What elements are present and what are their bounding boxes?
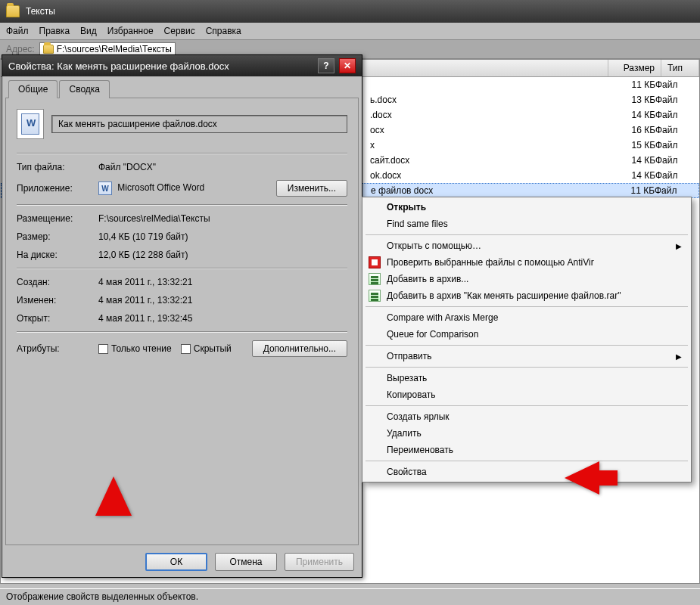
help-button[interactable]: ? — [318, 58, 334, 73]
context-menu-item[interactable]: Открыть — [364, 199, 689, 216]
readonly-checkbox[interactable]: Только чтение — [98, 343, 172, 354]
svg-marker-0 — [565, 461, 618, 495]
application-text: Microsoft Office Word — [117, 182, 204, 193]
context-menu-label: Find same files — [387, 219, 448, 229]
context-menu-item[interactable]: Удалить — [364, 425, 689, 442]
context-menu-label: Вырезать — [387, 373, 427, 383]
context-menu-item[interactable]: Compare with Araxis Merge — [364, 309, 689, 326]
context-menu-item[interactable]: Добавить в архив... — [364, 271, 689, 287]
context-menu-label: Копировать — [387, 389, 436, 400]
context-menu-item[interactable]: Queue for Comparison — [364, 326, 689, 343]
file-type: Файл — [655, 140, 693, 150]
context-menu-item[interactable]: Создать ярлык — [364, 408, 689, 425]
change-app-button[interactable]: Изменить... — [276, 180, 347, 197]
application-value: W Microsoft Office Word — [98, 182, 204, 195]
dialog-title: Свойства: Как менять расширение файлов.d… — [8, 60, 313, 72]
context-menu-item[interactable]: Вырезать — [364, 370, 689, 386]
folder-icon — [6, 5, 20, 17]
file-size: 14 КБ — [602, 155, 655, 166]
file-size: 11 КБ — [602, 79, 655, 90]
context-menu-label: Отправить — [387, 351, 432, 361]
file-icon — [17, 109, 44, 139]
size-on-disk-value: 12,0 КБ (12 288 байт) — [98, 250, 188, 260]
context-menu-label: Проверить выбранные файлы с помощью Anti… — [387, 257, 594, 268]
menu-favorites[interactable]: Избранное — [107, 26, 154, 36]
address-label: Адрес: — [6, 44, 35, 54]
file-size: 13 КБ — [602, 95, 655, 105]
submenu-arrow-icon: ▶ — [676, 352, 682, 361]
properties-dialog: Свойства: Как менять расширение файлов.d… — [2, 54, 362, 578]
application-label: Приложение: — [17, 183, 98, 194]
location-value: F:\sources\relMedia\Тексты — [98, 213, 210, 224]
dialog-buttons: ОК Отмена Применить — [5, 545, 359, 574]
context-menu-item[interactable]: Отправить▶ — [364, 348, 689, 365]
created-label: Создан: — [17, 277, 98, 287]
modified-label: Изменен: — [17, 295, 98, 306]
created-value: 4 мая 2011 г., 13:32:21 — [98, 277, 192, 287]
file-type: Файл — [655, 185, 692, 196]
ok-button[interactable]: ОК — [145, 553, 207, 571]
context-menu-item[interactable]: Копировать — [364, 386, 689, 403]
context-menu-item[interactable]: Открыть с помощью…▶ — [364, 237, 689, 254]
apply-button[interactable]: Применить — [285, 553, 354, 571]
context-menu-item[interactable]: Переименовать — [364, 442, 689, 458]
file-size: 16 КБ — [602, 125, 655, 135]
submenu-arrow-icon: ▶ — [676, 242, 682, 250]
size-on-disk-label: На диске: — [17, 250, 98, 260]
context-menu-label: Переименовать — [387, 445, 453, 455]
cancel-button[interactable]: Отмена — [215, 553, 277, 571]
context-menu-label: Queue for Comparison — [387, 329, 478, 340]
context-menu-label: Добавить в архив "Как менять расширение … — [387, 290, 621, 301]
tab-general[interactable]: Общие — [8, 80, 58, 98]
word-icon: W — [98, 182, 112, 195]
context-menu-item[interactable]: Find same files — [364, 216, 689, 232]
dialog-titlebar[interactable]: Свойства: Как менять расширение файлов.d… — [2, 55, 362, 76]
location-label: Размещение: — [17, 213, 98, 224]
menu-file[interactable]: Файл — [6, 26, 29, 36]
context-menu-label: Открыть — [387, 202, 426, 213]
hidden-text: Скрытый — [194, 343, 232, 354]
annotation-arrow — [95, 476, 132, 516]
file-type: Файл — [655, 95, 693, 105]
menu-tools[interactable]: Сервис — [164, 26, 195, 36]
explorer-title: Тексты — [26, 6, 55, 17]
col-size[interactable]: Размер — [608, 60, 661, 76]
context-menu-item[interactable]: Свойства — [364, 464, 689, 480]
address-text: F:\sources\RelMedia\Тексты — [57, 44, 172, 54]
col-type[interactable]: Тип — [661, 60, 699, 76]
context-menu-item[interactable]: Добавить в архив "Как менять расширение … — [364, 287, 689, 304]
file-size: 11 КБ — [602, 185, 655, 196]
size-label: Размер: — [17, 231, 98, 242]
context-menu-item[interactable]: Проверить выбранные файлы с помощью Anti… — [364, 254, 689, 271]
tab-summary[interactable]: Сводка — [59, 80, 110, 98]
file-type: Файл — [655, 125, 693, 135]
file-size: 14 КБ — [602, 110, 655, 120]
size-value: 10,4 КБ (10 719 байт) — [98, 231, 188, 242]
menu-help[interactable]: Справка — [206, 26, 241, 36]
file-type: Файл — [655, 110, 693, 120]
file-type: Файл — [655, 155, 693, 166]
winrar-icon — [369, 290, 381, 302]
filetype-value: Файл "DOCX" — [98, 162, 156, 172]
accessed-label: Открыт: — [17, 313, 98, 324]
advanced-button[interactable]: Дополнительно... — [252, 340, 347, 357]
attributes-label: Атрибуты: — [17, 343, 98, 354]
close-button[interactable]: ✕ — [339, 58, 356, 73]
file-size: 14 КБ — [602, 170, 655, 181]
tab-page: Как менять расширение файлов.docx Тип фа… — [5, 98, 359, 545]
filename-input[interactable]: Как менять расширение файлов.docx — [51, 115, 347, 133]
context-menu-label: Добавить в архив... — [387, 274, 468, 284]
menu-edit[interactable]: Правка — [39, 26, 70, 36]
hidden-checkbox[interactable]: Скрытый — [181, 343, 232, 354]
folder-icon — [43, 45, 54, 54]
context-menu: ОткрытьFind same filesОткрыть с помощью…… — [362, 197, 692, 482]
context-menu-label: Открыть с помощью… — [387, 240, 481, 251]
winrar-icon — [369, 273, 381, 285]
statusbar: Отображение свойств выделенных объектов. — [0, 588, 700, 605]
context-menu-label: Создать ярлык — [387, 411, 450, 422]
menu-view[interactable]: Вид — [80, 26, 97, 36]
context-menu-label: Удалить — [387, 428, 422, 439]
readonly-text: Только чтение — [111, 343, 172, 354]
filetype-label: Тип файла: — [17, 162, 98, 172]
explorer-titlebar: Тексты — [0, 0, 700, 23]
